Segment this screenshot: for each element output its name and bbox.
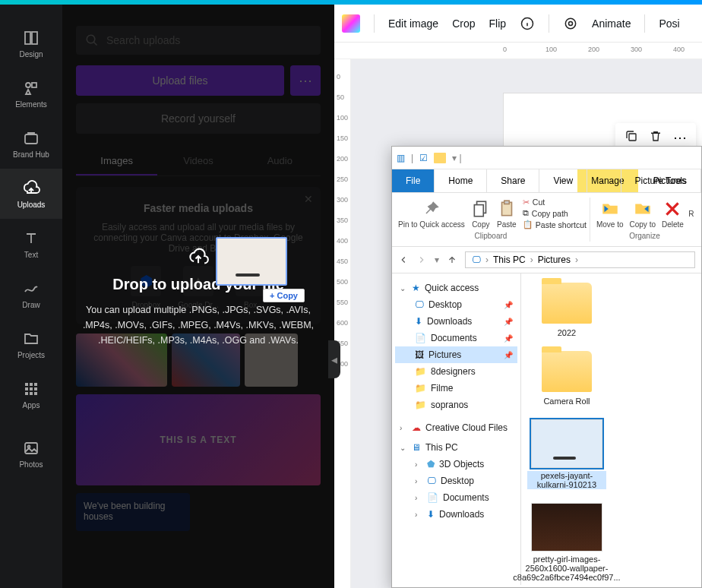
delete-button[interactable]: Delete (659, 198, 687, 230)
sidebar-label: Design (19, 50, 43, 58)
tree-3d-objects[interactable]: ›⬟3D Objects (395, 456, 517, 473)
sidebar-item-apps[interactable]: Apps (0, 369, 62, 419)
sidebar-item-elements[interactable]: Elements (0, 68, 62, 119)
file-explorer-window: ▥ | ☑ ▾ | Manage Pictures File Home Shar… (391, 146, 702, 588)
sidebar-item-text[interactable]: Text (0, 219, 62, 269)
sidebar-item-brandhub[interactable]: Brand Hub (0, 119, 62, 169)
svg-rect-4 (25, 134, 37, 144)
folder-icon (434, 153, 446, 163)
copy-to-button[interactable]: Copy to (627, 198, 659, 230)
picture-tools-tab[interactable]: Picture Tools (621, 169, 701, 192)
tree-filme[interactable]: 📁Filme (395, 380, 517, 397)
animate-icon (563, 16, 578, 31)
sidebar-label: Projects (17, 351, 45, 359)
tree-quick-access[interactable]: ⌄★Quick access (395, 280, 517, 296)
file-list: 2022 Camera Roll pexels-jayant-kulkarni-… (521, 273, 701, 585)
share-tab[interactable]: Share (487, 169, 539, 192)
svg-rect-10 (34, 387, 37, 390)
tree-sopranos[interactable]: 📁sopranos (395, 397, 517, 413)
sidebar-label: Draw (22, 301, 40, 309)
sidebar-label: Text (24, 251, 38, 259)
svg-rect-8 (25, 387, 28, 390)
paste-shortcut-button[interactable]: 📋Paste shortcut (523, 220, 587, 229)
copy-path-button[interactable]: ⧉Copy path (523, 208, 587, 218)
image-thumbnail (531, 419, 602, 468)
info-icon[interactable] (520, 16, 535, 31)
more-icon[interactable]: ⋯ (673, 129, 687, 146)
file-pexels-image[interactable]: pexels-jayant-kulkarni-910213 (527, 419, 606, 489)
tree-documents[interactable]: 📄Documents📌 (395, 330, 517, 346)
sidebar-item-design[interactable]: Design (0, 18, 62, 68)
edit-image-button[interactable]: Edit image (388, 17, 438, 30)
svg-rect-11 (25, 392, 28, 395)
forward-icon[interactable] (416, 254, 427, 265)
copy-button[interactable]: Copy (468, 198, 494, 230)
home-tab[interactable]: Home (435, 169, 487, 192)
path-input[interactable]: 🖵 › This PC › Pictures › (465, 251, 695, 268)
tree-documents2[interactable]: ›📄Documents (395, 489, 517, 506)
sidebar-label: Elements (15, 100, 47, 109)
paste-button[interactable]: Paste (494, 198, 520, 230)
drop-description: You can upload multiple .PNGs, .JPGs, .S… (77, 302, 319, 348)
svg-rect-12 (30, 392, 33, 395)
file-pretty-girl-image[interactable]: pretty-girl-images-2560x1600-wallpaper-c… (527, 503, 606, 582)
image-thumbnail (531, 503, 602, 552)
duplicate-icon[interactable] (625, 129, 638, 143)
move-to-button[interactable]: Move to (593, 198, 627, 230)
upload-cloud-icon (188, 245, 209, 267)
back-icon[interactable] (398, 254, 409, 265)
tree-creative-cloud[interactable]: ›☁Creative Cloud Files (395, 419, 517, 436)
position-button[interactable]: Posi (659, 17, 679, 30)
svg-rect-6 (30, 383, 33, 386)
sidebar-label: Brand Hub (13, 150, 49, 159)
ruler-horizontal: 0 100 200 300 400 (334, 43, 702, 59)
svg-rect-21 (474, 205, 483, 217)
svg-rect-5 (25, 383, 28, 386)
folder-2022[interactable]: 2022 (527, 283, 606, 337)
svg-rect-23 (504, 201, 510, 204)
svg-rect-3 (32, 83, 36, 87)
tree-downloads[interactable]: ⬇Downloads📌 (395, 313, 517, 330)
file-tab[interactable]: File (392, 169, 435, 192)
animate-button[interactable]: Animate (592, 17, 631, 30)
svg-rect-7 (34, 383, 37, 386)
trash-icon[interactable] (649, 129, 662, 143)
folder-icon (542, 283, 592, 324)
tree-pictures[interactable]: 🖼Pictures📌 (395, 346, 517, 363)
copy-badge: + Copy (263, 289, 305, 302)
drag-preview-thumbnail (216, 237, 287, 286)
tree-this-pc[interactable]: ⌄🖥This PC (395, 439, 517, 456)
tree-desktop2[interactable]: ›🖵Desktop (395, 473, 517, 489)
svg-rect-1 (32, 32, 37, 44)
monitor-icon: 🖵 (472, 254, 481, 265)
view-tab[interactable]: View (539, 169, 587, 192)
up-icon[interactable] (447, 254, 457, 265)
sidebar-item-uploads[interactable]: Uploads (0, 169, 62, 219)
sidebar-label: Apps (23, 401, 40, 409)
folder-icon (542, 351, 592, 392)
svg-point-17 (565, 18, 575, 28)
ribbon: Pin to Quick access Copy Paste ✂Cut ⧉Cop… (392, 193, 701, 247)
svg-rect-13 (34, 392, 37, 395)
rename-button[interactable]: R (687, 198, 696, 230)
folder-camera-roll[interactable]: Camera Roll (527, 351, 606, 406)
crop-button[interactable]: Crop (452, 17, 475, 30)
sidebar-item-projects[interactable]: Projects (0, 319, 62, 369)
tree-downloads2[interactable]: ›⬇Downloads (395, 506, 517, 523)
svg-point-18 (569, 21, 573, 25)
tree-desktop[interactable]: 🖵Desktop📌 (395, 296, 517, 313)
flip-button[interactable]: Flip (489, 17, 507, 30)
sidebar-item-draw[interactable]: Draw (0, 269, 62, 319)
sidebar-label: Uploads (17, 201, 46, 209)
color-picker-button[interactable] (342, 14, 360, 33)
ruler-vertical: 0 50 100 150 200 250 300 350 400 450 500… (334, 59, 351, 588)
panel-collapse-button[interactable]: ◂ (328, 340, 340, 378)
tree-8designers[interactable]: 📁8designers (395, 363, 517, 380)
pin-button[interactable]: Pin to Quick access (395, 198, 468, 230)
svg-point-2 (26, 83, 30, 87)
cut-button[interactable]: ✂Cut (523, 198, 587, 207)
sidebar-label: Photos (19, 460, 43, 469)
sidebar-item-photos[interactable]: Photos (0, 428, 62, 479)
explorer-titlebar[interactable]: ▥ | ☑ ▾ | (392, 147, 701, 169)
svg-rect-9 (30, 387, 33, 390)
